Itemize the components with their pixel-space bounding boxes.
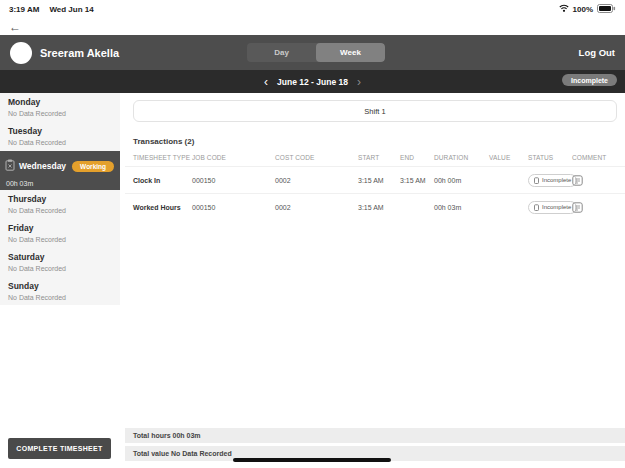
sidebar-item-monday[interactable]: Monday No Data Recorded	[0, 93, 120, 122]
sidebar-item-friday[interactable]: Friday No Data Recorded	[0, 219, 120, 248]
status-badge: Incomplete	[528, 201, 577, 214]
clipboard-icon	[534, 177, 539, 184]
table-header-row: TIMESHEET TYPE JOB CODE COST CODE START …	[125, 149, 625, 166]
sidebar-item-sunday[interactable]: Sunday No Data Recorded	[0, 277, 120, 306]
back-arrow-icon[interactable]: ←	[9, 21, 21, 33]
sidebar-item-thursday[interactable]: Thursday No Data Recorded	[0, 190, 120, 219]
status-date: Wed Jun 14	[49, 5, 93, 14]
battery-icon	[597, 4, 616, 15]
wifi-icon	[559, 4, 569, 14]
complete-timesheet-button[interactable]: COMPLETE TIMESHEET	[8, 438, 111, 459]
comment-icon[interactable]	[572, 202, 625, 213]
timesheet-clock-icon	[5, 157, 15, 175]
battery-percent: 100%	[573, 5, 593, 14]
clipboard-icon	[534, 204, 539, 211]
working-badge: Working	[72, 161, 114, 172]
status-badge: Incomplete	[528, 174, 577, 187]
week-status-badge: Incomplete	[562, 74, 617, 86]
day-hours: 00h 03m	[6, 180, 114, 187]
next-week-chevron-icon[interactable]: ›	[357, 76, 361, 88]
comment-icon[interactable]	[572, 175, 625, 186]
back-row: ←	[0, 18, 21, 35]
avatar[interactable]	[10, 42, 32, 64]
day-sidebar: Monday No Data Recorded Tuesday No Data …	[0, 93, 120, 305]
day-week-toggle: Day Week	[247, 43, 385, 62]
status-bar: 3:19 AM Wed Jun 14 100%	[0, 0, 625, 18]
table-row: Clock In 000150 0002 3:15 AM 3:15 AM 00h…	[125, 166, 625, 193]
sidebar-item-saturday[interactable]: Saturday No Data Recorded	[0, 248, 120, 277]
total-hours-bar: Total hours 00h 03m	[125, 428, 625, 443]
home-indicator[interactable]	[233, 458, 391, 462]
app-header: Sreeram Akella Day Week Log Out	[0, 35, 625, 70]
toggle-week-button[interactable]: Week	[316, 43, 385, 62]
sidebar-item-tuesday[interactable]: Tuesday No Data Recorded	[0, 122, 120, 151]
sidebar-item-wednesday[interactable]: Wednesday Working 00h 03m	[0, 151, 120, 190]
logout-button[interactable]: Log Out	[579, 47, 615, 58]
shift-header[interactable]: Shift 1	[133, 100, 617, 122]
toggle-day-button[interactable]: Day	[247, 43, 316, 62]
clock-time: 3:19 AM	[9, 5, 39, 14]
table-row: Worked Hours 000150 0002 3:15 AM 00h 03m…	[125, 193, 625, 220]
date-bar: ‹ June 12 - June 18 › Incomplete	[0, 70, 625, 93]
transactions-title: Transactions (2)	[133, 137, 625, 146]
main-content: Shift 1 Transactions (2) TIMESHEET TYPE …	[125, 93, 625, 427]
date-range: June 12 - June 18	[277, 77, 348, 87]
user-name: Sreeram Akella	[40, 47, 119, 59]
prev-week-chevron-icon[interactable]: ‹	[264, 76, 268, 88]
